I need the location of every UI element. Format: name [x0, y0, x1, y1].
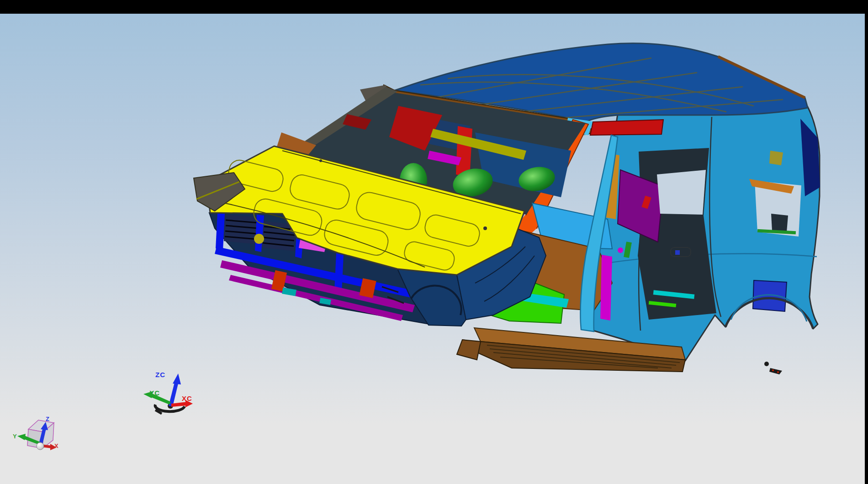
quarter-window-bracket[interactable]: [771, 214, 788, 232]
bracket-red-dot: [777, 371, 779, 373]
view-y-arrowhead: [17, 434, 26, 440]
part-spring-olive[interactable]: [254, 234, 264, 244]
view-triad[interactable]: Z Y X: [13, 416, 58, 450]
wcs-z-arrowhead: [173, 374, 181, 384]
wcs-x-label: XC: [182, 395, 192, 402]
cad-model-canvas[interactable]: ZC YC XC Z Y X: [0, 0, 868, 484]
view-y-label: Y: [13, 433, 17, 440]
cad-application-window: ZC YC XC Z Y X: [0, 0, 868, 484]
bracket-red-dot: [772, 369, 774, 371]
rocker-end-cap[interactable]: [457, 340, 481, 360]
part-small-bracket[interactable]: [769, 368, 782, 374]
window-top-bar: [0, 0, 868, 14]
door-handle-recess[interactable]: [671, 247, 691, 257]
view-x-label: X: [54, 442, 58, 449]
wcs-z-label: ZC: [155, 371, 165, 379]
door-handle-dot: [675, 250, 680, 255]
view-z-label: Z: [46, 416, 49, 422]
view-origin-sphere[interactable]: [37, 442, 44, 450]
wcs-x-axis[interactable]: [171, 402, 187, 407]
wcs-triad[interactable]: ZC YC XC: [143, 371, 193, 414]
window-right-bar: [865, 0, 868, 484]
floating-parts[interactable]: [764, 362, 782, 374]
wcs-y-label: YC: [149, 389, 160, 397]
magenta-grommet: [618, 247, 623, 253]
part-bpillar-magenta[interactable]: [600, 255, 612, 321]
part-small-grommet[interactable]: [764, 362, 769, 366]
window-see-through: [657, 170, 706, 215]
part-body-side[interactable]: [582, 100, 820, 361]
part-quarter-bracket-olive[interactable]: [769, 151, 783, 165]
part-cant-rail-red[interactable]: [590, 120, 663, 135]
